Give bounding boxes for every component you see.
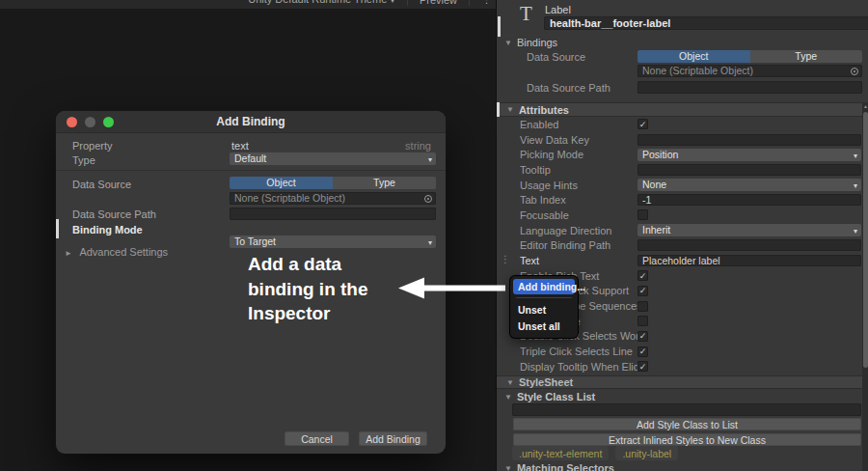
picking-mode-dropdown[interactable]: Position▾ <box>637 149 861 161</box>
stylesheet-section-label: StyleSheet <box>519 376 573 388</box>
attributes-section-header[interactable]: ▼ Attributes <box>497 102 868 117</box>
foldout-open-icon: ▼ <box>504 39 512 47</box>
style-class-list-label: Style Class List <box>517 391 595 402</box>
usage-hints-dropdown[interactable]: None▾ <box>637 179 861 191</box>
attr-row-view-data-key: View Data Key <box>497 132 863 148</box>
language-direction-dropdown[interactable]: Inherit▾ <box>637 224 861 236</box>
bindings-section-label: Bindings <box>517 37 557 48</box>
focusable-checkbox[interactable] <box>637 209 648 220</box>
element-name-input[interactable]: health-bar__footer-label <box>544 16 868 30</box>
chevron-down-icon: ▾ <box>390 0 395 5</box>
enabled-checkbox[interactable]: ✓ <box>637 119 648 129</box>
attr-row-tab-index: Tab Index -1 <box>497 192 863 208</box>
stylesheet-section-header[interactable]: ▼ StyleSheet <box>497 375 868 389</box>
emoji-fallback-checkbox[interactable]: ✓ <box>637 286 648 296</box>
display-tooltip-checkbox[interactable]: ✓ <box>637 361 648 372</box>
more-menu-icon[interactable]: ⋮ <box>481 0 492 6</box>
attr-label: Triple Click Selects Line <box>520 346 637 357</box>
scroll-up-icon[interactable]: ▲ <box>862 103 868 109</box>
add-binding-button[interactable]: Add Binding <box>359 431 427 446</box>
bindings-foldout[interactable]: ▼ Bindings <box>504 37 557 48</box>
advanced-settings-foldout[interactable]: ► Advanced Settings <box>65 246 168 258</box>
foldout-closed-icon: ► <box>65 249 72 258</box>
menu-divider <box>516 297 572 298</box>
type-tab[interactable]: Type <box>750 50 863 63</box>
type-tab[interactable]: Type <box>333 177 436 189</box>
chevron-down-icon: ▾ <box>854 180 857 192</box>
property-value: text <box>231 140 249 152</box>
foldout-open-icon: ▼ <box>506 105 514 114</box>
data-source-label: Data Source <box>527 51 585 63</box>
toolbar-divider <box>469 0 470 6</box>
tooltip-input[interactable] <box>637 164 861 176</box>
attr-row-triple-click: Triple Click Selects Line ✓ <box>497 344 863 359</box>
attr-label: Enabled <box>520 119 637 130</box>
data-source-path-label: Data Source Path <box>72 208 156 220</box>
object-picker-icon[interactable] <box>424 195 432 203</box>
menu-item-unset[interactable]: Unset <box>510 301 578 318</box>
data-source-toggle: Object Type <box>230 177 436 189</box>
type-dropdown[interactable]: Default ▾ <box>230 152 436 165</box>
object-picker-icon[interactable] <box>851 68 858 75</box>
double-click-checkbox[interactable]: ✓ <box>637 331 648 342</box>
attr-label: Text <box>520 255 637 266</box>
data-source-object-field[interactable]: None (Scriptable Object) <box>230 192 436 205</box>
type-label: Type <box>72 154 95 166</box>
attributes-section-label: Attributes <box>519 104 569 116</box>
class-pill[interactable]: .unity-text-element <box>512 446 609 460</box>
editor-binding-path-input[interactable] <box>637 239 861 251</box>
attr-label: Language Direction <box>520 225 637 236</box>
attr-row-focusable: Focusable <box>497 208 863 223</box>
data-source-path-input[interactable] <box>637 81 862 94</box>
attr-label: Picking Mode <box>520 149 637 160</box>
style-class-list-foldout[interactable]: ▼ Style Class List <box>504 391 595 402</box>
attr-label: Usage Hints <box>520 180 637 191</box>
menu-item-add-binding[interactable]: Add binding... <box>513 279 575 294</box>
theme-dropdown[interactable]: Unity Default Runtime Theme ▾ <box>248 0 395 6</box>
data-source-path-input[interactable] <box>230 208 436 220</box>
binding-mode-dropdown[interactable]: To Target ▾ <box>230 236 436 248</box>
data-source-object-field[interactable]: None (Scriptable Object) <box>637 65 862 77</box>
chevron-down-icon: ▾ <box>854 150 857 162</box>
is-selectable-checkbox[interactable] <box>637 316 648 326</box>
annotation-line: Inspector <box>248 301 421 326</box>
inspector-scrollbar[interactable]: ▲ <box>862 102 868 471</box>
binding-context-menu: Add binding... Unset Unset all <box>510 276 578 338</box>
tab-index-input[interactable]: -1 <box>637 194 861 206</box>
drag-handle-icon[interactable]: ⋮ <box>501 254 509 264</box>
matching-selectors-label: Matching Selectors <box>517 462 614 471</box>
override-bar <box>56 219 59 238</box>
class-pill[interactable]: .unity-label <box>615 446 678 460</box>
menu-item-unset-all[interactable]: Unset all <box>510 318 578 334</box>
object-tab[interactable]: Object <box>637 50 750 63</box>
data-source-label: Data Source <box>72 179 131 190</box>
dropdown-value: Inherit <box>642 224 670 236</box>
scrollbar-thumb[interactable] <box>863 112 868 368</box>
preview-button[interactable]: Preview <box>420 0 457 6</box>
dialog-titlebar[interactable]: Add Binding <box>56 111 446 133</box>
object-tab[interactable]: Object <box>230 177 333 189</box>
attr-row-editor-binding-path: Editor Binding Path <box>497 238 863 254</box>
property-type-label: string <box>405 140 431 152</box>
cancel-button[interactable]: Cancel <box>285 431 349 446</box>
attr-row-picking-mode: Picking Mode Position▾ <box>497 147 863 162</box>
matching-selectors-foldout[interactable]: ▼ Matching Selectors <box>504 462 614 471</box>
attr-row-enabled: Enabled ✓ <box>497 117 863 132</box>
add-style-class-button[interactable]: Add Style Class to List <box>513 418 861 430</box>
annotation-arrow-icon <box>395 275 507 301</box>
style-class-input[interactable] <box>512 403 861 416</box>
triple-click-checkbox[interactable]: ✓ <box>637 346 648 357</box>
attr-row-text: ⋮ Text Placeholder label <box>497 253 863 268</box>
parse-escape-checkbox[interactable] <box>637 301 648 312</box>
attr-label: View Data Key <box>520 134 637 146</box>
extract-styles-button[interactable]: Extract Inlined Styles to New Class <box>513 433 861 446</box>
enable-rich-text-checkbox[interactable]: ✓ <box>637 270 648 281</box>
view-data-key-input[interactable] <box>637 134 861 146</box>
dialog-title: Add Binding <box>56 115 446 128</box>
chevron-down-icon: ▾ <box>854 225 857 237</box>
viewport-toolbar: Unity Default Runtime Theme ▾ Preview ⋮ <box>0 0 496 9</box>
text-input[interactable]: Placeholder label <box>637 255 861 266</box>
override-bar <box>497 102 500 117</box>
attr-row-usage-hints: Usage Hints None▾ <box>497 178 863 193</box>
override-bar <box>498 16 501 37</box>
